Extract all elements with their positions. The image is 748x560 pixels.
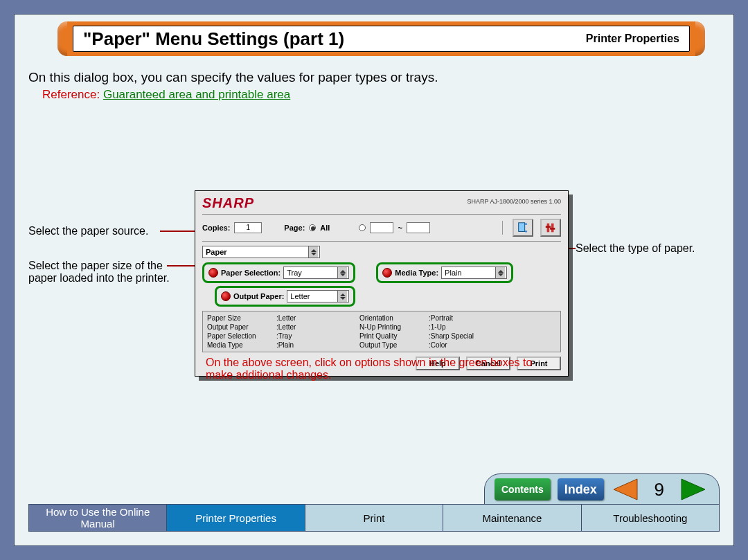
status-v: :Sharp Special xyxy=(429,332,512,340)
paper-selection-label: Paper Selection: xyxy=(221,269,280,277)
media-type-dropdown[interactable]: Plain xyxy=(441,267,507,279)
content-area: On this dialog box, you can specify the … xyxy=(28,66,720,483)
bottom-tabs: How to Use the Online Manual Printer Pro… xyxy=(28,504,720,532)
divider xyxy=(202,214,561,215)
page-label: Page: xyxy=(284,224,305,232)
intro-text: On this dialog box, you can specify the … xyxy=(28,70,720,85)
tools-icon xyxy=(544,222,557,234)
status-v: :Portrait xyxy=(429,314,512,322)
hint-text: On the above screen, click on options sh… xyxy=(206,356,538,381)
bottom-nav: Contents Index 9 How to Use the Online M… xyxy=(15,471,733,545)
output-paper-dropdown[interactable]: Letter xyxy=(287,290,349,302)
dot-icon xyxy=(208,268,218,278)
output-paper-value: Letter xyxy=(290,292,310,300)
tab-print[interactable]: Print xyxy=(305,504,443,532)
tab-dropdown-value: Paper xyxy=(206,248,227,256)
dot-icon xyxy=(382,268,392,278)
title-bar: "Paper" Menu Settings (part 1) Printer P… xyxy=(57,21,705,56)
status-k: Orientation xyxy=(359,314,429,322)
reference-link[interactable]: Guaranteed area and printable area xyxy=(103,88,290,101)
status-grid: Paper Size :Letter Orientation :Portrait… xyxy=(202,311,561,352)
copies-input[interactable]: 1 xyxy=(234,222,262,233)
output-paper-label: Output Paper: xyxy=(233,292,284,300)
chevron-updown-icon xyxy=(495,267,505,278)
pager-bar: Contents Index 9 xyxy=(484,473,720,505)
dialog-wrap: SHARP SHARP AJ-1800/2000 series 1.00 Cop… xyxy=(195,190,569,377)
media-type-value: Plain xyxy=(445,269,461,277)
radio-all[interactable] xyxy=(309,224,316,231)
chevron-updown-icon xyxy=(308,246,318,258)
tools-button[interactable] xyxy=(540,219,561,237)
callout-paper-source: Select the paper source. xyxy=(28,225,167,237)
range-sep: ~ xyxy=(398,224,402,232)
svg-marker-5 xyxy=(614,479,637,500)
callout-media-type: Select the type of paper. xyxy=(576,242,721,255)
tab-printer-properties[interactable]: Printer Properties xyxy=(167,504,305,532)
dialog-top-row: Copies: 1 Page: All ~ xyxy=(202,219,561,237)
status-v: :Color xyxy=(429,341,512,349)
copies-label: Copies: xyxy=(202,224,230,232)
svg-rect-3 xyxy=(546,226,551,228)
paper-selection-value: Tray xyxy=(287,269,302,277)
separator xyxy=(502,221,503,235)
page-root: "Paper" Menu Settings (part 1) Printer P… xyxy=(0,0,748,560)
tab-manual-label: How to Use the Online Manual xyxy=(29,506,166,530)
page-subtitle: Printer Properties xyxy=(586,33,679,45)
paper-selection-box[interactable]: Paper Selection: Tray xyxy=(202,262,355,283)
output-paper-box[interactable]: Output Paper: Letter xyxy=(215,286,355,307)
model-text: SHARP AJ-1800/2000 series 1.00 xyxy=(467,198,561,205)
callout-paper-size: Select the paper size of the paper loade… xyxy=(28,260,174,284)
range-to[interactable] xyxy=(407,222,430,233)
print-dialog: SHARP SHARP AJ-1800/2000 series 1.00 Cop… xyxy=(195,190,569,377)
brand-logo: SHARP xyxy=(202,195,254,211)
index-button[interactable]: Index xyxy=(558,478,604,500)
preview-icon xyxy=(517,222,529,234)
status-k: Media Type xyxy=(207,341,276,349)
contents-button[interactable]: Contents xyxy=(495,478,551,500)
chevron-updown-icon xyxy=(337,291,347,302)
tab-maintenance[interactable]: Maintenance xyxy=(443,504,581,532)
radio-range[interactable] xyxy=(359,224,366,231)
dot-icon xyxy=(221,291,231,301)
svg-rect-4 xyxy=(550,228,555,230)
status-v: :Tray xyxy=(276,332,359,340)
status-k: Output Type xyxy=(359,341,429,349)
paper-selection-dropdown[interactable]: Tray xyxy=(283,267,349,279)
status-k: Print Quality xyxy=(359,332,429,340)
page-title: "Paper" Menu Settings (part 1) xyxy=(83,28,344,50)
tab-dropdown[interactable]: Paper xyxy=(202,246,320,258)
status-k: Paper Size xyxy=(207,314,276,322)
status-v: :Plain xyxy=(276,341,359,349)
svg-rect-0 xyxy=(519,223,525,232)
prev-arrow-icon[interactable] xyxy=(611,478,639,501)
status-k: Paper Selection xyxy=(207,332,276,340)
preview-button[interactable] xyxy=(513,219,533,237)
media-type-label: Media Type: xyxy=(395,269,438,277)
reference-line: Reference: Guaranteed area and printable… xyxy=(42,88,720,102)
page-number: 9 xyxy=(645,479,673,500)
status-v: :1-Up xyxy=(429,323,512,331)
tab-manual[interactable]: How to Use the Online Manual xyxy=(28,504,167,532)
status-v: :Letter xyxy=(276,314,359,322)
range-from[interactable] xyxy=(370,222,393,233)
next-arrow-icon[interactable] xyxy=(680,478,708,501)
status-k: N-Up Printing xyxy=(359,323,429,331)
svg-marker-6 xyxy=(682,479,705,500)
reference-label: Reference: xyxy=(42,88,100,101)
dialog-panel: Paper Paper Selection: Tray xyxy=(202,241,561,370)
media-type-box[interactable]: Media Type: Plain xyxy=(376,262,513,283)
status-k: Output Paper xyxy=(207,323,276,331)
page-all-label: All xyxy=(320,224,330,232)
chevron-updown-icon xyxy=(337,267,347,278)
content-panel: "Paper" Menu Settings (part 1) Printer P… xyxy=(14,14,734,546)
tab-troubleshooting[interactable]: Troubleshooting xyxy=(582,504,720,532)
title-center: "Paper" Menu Settings (part 1) Printer P… xyxy=(73,26,690,52)
status-v: :Letter xyxy=(276,323,359,331)
